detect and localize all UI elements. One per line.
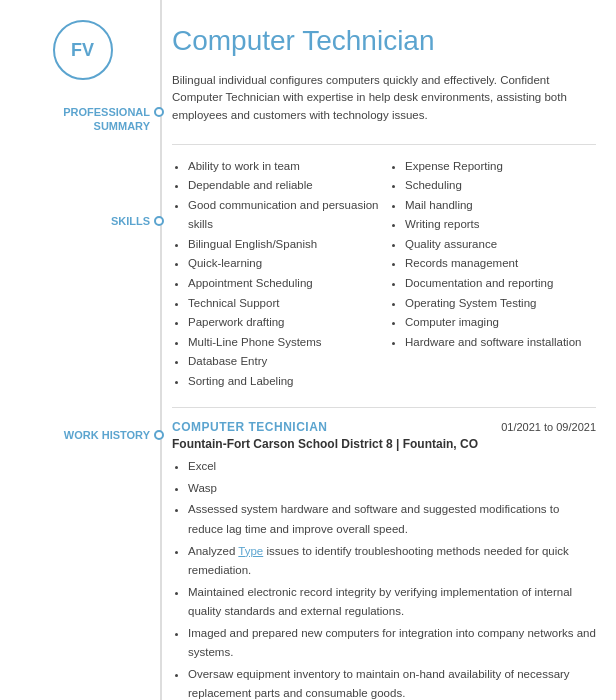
skill-item: Documentation and reporting [405,274,596,294]
skill-item: Mail handling [405,196,596,216]
skill-item: Operating System Testing [405,294,596,314]
skill-item: Appointment Scheduling [188,274,379,294]
skills-col-1: Ability to work in team Dependable and r… [172,157,379,392]
skill-item: Writing reports [405,215,596,235]
work-history-dot [154,430,164,440]
summary-divider [172,144,596,145]
skills-divider [172,407,596,408]
skill-item: Paperwork drafting [188,313,379,333]
job-header: COMPUTER TECHNICIAN 01/2021 to 09/2021 [172,420,596,434]
duty-item: Analyzed Type issues to identify trouble… [188,542,596,581]
job-title: COMPUTER TECHNICIAN [172,420,328,434]
skill-item: Bilingual English/Spanish [188,235,379,255]
skill-item: Technical Support [188,294,379,314]
job-duties-list: Excel Wasp Assessed system hardware and … [172,457,596,700]
skills-label: SKILLS [15,214,150,228]
skill-item: Multi-Line Phone Systems [188,333,379,353]
link-type-1[interactable]: Type [238,545,263,557]
skill-item: Database Entry [188,352,379,372]
skill-item: Records management [405,254,596,274]
skill-item: Quick-learning [188,254,379,274]
skill-item: Computer imaging [405,313,596,333]
skill-item: Hardware and software installation [405,333,596,353]
duty-item: Excel [188,457,596,477]
duty-item: Oversaw equipment inventory to maintain … [188,665,596,700]
skill-item: Good communication and persuasion skills [188,196,379,235]
summary-dot [154,107,164,117]
skills-section: Ability to work in team Dependable and r… [172,157,596,392]
summary-text: Bilingual individual configures computer… [172,72,596,124]
skill-item: Dependable and reliable [188,176,379,196]
skill-item: Scheduling [405,176,596,196]
work-history-label: WORK HISTORY [15,428,150,442]
duty-item: Assessed system hardware and software an… [188,500,596,539]
skill-item: Quality assurance [405,235,596,255]
duty-item: Imaged and prepared new computers for in… [188,624,596,663]
skill-item: Sorting and Labeling [188,372,379,392]
job-block: COMPUTER TECHNICIAN 01/2021 to 09/2021 F… [172,420,596,700]
duty-item: Wasp [188,479,596,499]
skills-col-2: Expense Reporting Scheduling Mail handli… [389,157,596,392]
skill-item: Ability to work in team [188,157,379,177]
job-company: Fountain-Fort Carson School District 8 |… [172,437,596,451]
skill-item: Expense Reporting [405,157,596,177]
summary-label: PROFESSIONALSUMMARY [15,105,150,134]
job-dates: 01/2021 to 09/2021 [501,421,596,433]
page-title: Computer Technician [172,25,596,57]
duty-item: Maintained electronic record integrity b… [188,583,596,622]
avatar-initials: FV [53,20,113,80]
skills-dot [154,216,164,226]
